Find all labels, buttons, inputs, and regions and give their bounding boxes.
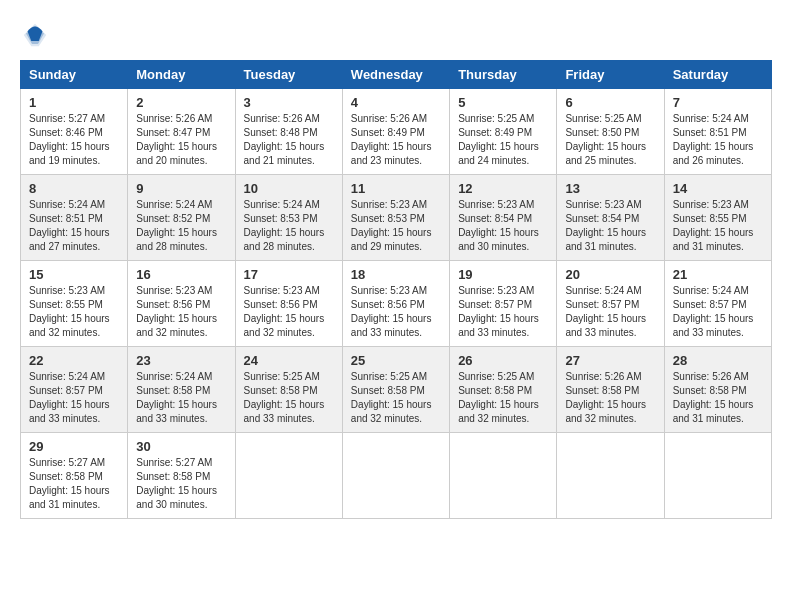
calendar-cell: 14Sunrise: 5:23 AMSunset: 8:55 PMDayligh… <box>664 175 771 261</box>
calendar-cell: 26Sunrise: 5:25 AMSunset: 8:58 PMDayligh… <box>450 347 557 433</box>
cell-content: Sunrise: 5:25 AMSunset: 8:58 PMDaylight:… <box>458 370 548 426</box>
day-number: 30 <box>136 439 226 454</box>
calendar-cell: 7Sunrise: 5:24 AMSunset: 8:51 PMDaylight… <box>664 89 771 175</box>
page-header <box>20 20 772 50</box>
day-number: 17 <box>244 267 334 282</box>
day-number: 20 <box>565 267 655 282</box>
cell-content: Sunrise: 5:23 AMSunset: 8:55 PMDaylight:… <box>673 198 763 254</box>
calendar-cell: 15Sunrise: 5:23 AMSunset: 8:55 PMDayligh… <box>21 261 128 347</box>
calendar-cell: 22Sunrise: 5:24 AMSunset: 8:57 PMDayligh… <box>21 347 128 433</box>
day-number: 11 <box>351 181 441 196</box>
cell-content: Sunrise: 5:26 AMSunset: 8:48 PMDaylight:… <box>244 112 334 168</box>
day-number: 21 <box>673 267 763 282</box>
cell-content: Sunrise: 5:26 AMSunset: 8:58 PMDaylight:… <box>673 370 763 426</box>
cell-content: Sunrise: 5:23 AMSunset: 8:57 PMDaylight:… <box>458 284 548 340</box>
day-number: 6 <box>565 95 655 110</box>
day-number: 12 <box>458 181 548 196</box>
day-number: 24 <box>244 353 334 368</box>
calendar-cell <box>235 433 342 519</box>
day-number: 9 <box>136 181 226 196</box>
cell-content: Sunrise: 5:25 AMSunset: 8:58 PMDaylight:… <box>244 370 334 426</box>
calendar-cell: 24Sunrise: 5:25 AMSunset: 8:58 PMDayligh… <box>235 347 342 433</box>
cell-content: Sunrise: 5:24 AMSunset: 8:57 PMDaylight:… <box>29 370 119 426</box>
day-number: 18 <box>351 267 441 282</box>
cell-content: Sunrise: 5:23 AMSunset: 8:53 PMDaylight:… <box>351 198 441 254</box>
calendar-week-row: 8Sunrise: 5:24 AMSunset: 8:51 PMDaylight… <box>21 175 772 261</box>
calendar-header-monday: Monday <box>128 61 235 89</box>
calendar-cell: 18Sunrise: 5:23 AMSunset: 8:56 PMDayligh… <box>342 261 449 347</box>
calendar-header-wednesday: Wednesday <box>342 61 449 89</box>
cell-content: Sunrise: 5:23 AMSunset: 8:56 PMDaylight:… <box>351 284 441 340</box>
cell-content: Sunrise: 5:23 AMSunset: 8:56 PMDaylight:… <box>244 284 334 340</box>
cell-content: Sunrise: 5:24 AMSunset: 8:57 PMDaylight:… <box>673 284 763 340</box>
cell-content: Sunrise: 5:27 AMSunset: 8:58 PMDaylight:… <box>29 456 119 512</box>
day-number: 28 <box>673 353 763 368</box>
cell-content: Sunrise: 5:24 AMSunset: 8:57 PMDaylight:… <box>565 284 655 340</box>
calendar-cell: 11Sunrise: 5:23 AMSunset: 8:53 PMDayligh… <box>342 175 449 261</box>
calendar-cell: 1Sunrise: 5:27 AMSunset: 8:46 PMDaylight… <box>21 89 128 175</box>
day-number: 8 <box>29 181 119 196</box>
cell-content: Sunrise: 5:23 AMSunset: 8:54 PMDaylight:… <box>458 198 548 254</box>
calendar-cell <box>664 433 771 519</box>
calendar-cell: 4Sunrise: 5:26 AMSunset: 8:49 PMDaylight… <box>342 89 449 175</box>
cell-content: Sunrise: 5:23 AMSunset: 8:56 PMDaylight:… <box>136 284 226 340</box>
cell-content: Sunrise: 5:24 AMSunset: 8:51 PMDaylight:… <box>673 112 763 168</box>
cell-content: Sunrise: 5:26 AMSunset: 8:58 PMDaylight:… <box>565 370 655 426</box>
calendar-cell: 5Sunrise: 5:25 AMSunset: 8:49 PMDaylight… <box>450 89 557 175</box>
day-number: 26 <box>458 353 548 368</box>
calendar-cell: 30Sunrise: 5:27 AMSunset: 8:58 PMDayligh… <box>128 433 235 519</box>
calendar-cell: 25Sunrise: 5:25 AMSunset: 8:58 PMDayligh… <box>342 347 449 433</box>
calendar-cell <box>342 433 449 519</box>
calendar-cell: 10Sunrise: 5:24 AMSunset: 8:53 PMDayligh… <box>235 175 342 261</box>
calendar-cell: 28Sunrise: 5:26 AMSunset: 8:58 PMDayligh… <box>664 347 771 433</box>
calendar-header-tuesday: Tuesday <box>235 61 342 89</box>
day-number: 27 <box>565 353 655 368</box>
day-number: 23 <box>136 353 226 368</box>
calendar-cell: 13Sunrise: 5:23 AMSunset: 8:54 PMDayligh… <box>557 175 664 261</box>
calendar-cell: 6Sunrise: 5:25 AMSunset: 8:50 PMDaylight… <box>557 89 664 175</box>
calendar-cell: 27Sunrise: 5:26 AMSunset: 8:58 PMDayligh… <box>557 347 664 433</box>
day-number: 22 <box>29 353 119 368</box>
calendar-cell: 21Sunrise: 5:24 AMSunset: 8:57 PMDayligh… <box>664 261 771 347</box>
calendar-week-row: 1Sunrise: 5:27 AMSunset: 8:46 PMDaylight… <box>21 89 772 175</box>
calendar-week-row: 15Sunrise: 5:23 AMSunset: 8:55 PMDayligh… <box>21 261 772 347</box>
day-number: 5 <box>458 95 548 110</box>
calendar-cell: 20Sunrise: 5:24 AMSunset: 8:57 PMDayligh… <box>557 261 664 347</box>
calendar-cell: 16Sunrise: 5:23 AMSunset: 8:56 PMDayligh… <box>128 261 235 347</box>
day-number: 4 <box>351 95 441 110</box>
day-number: 19 <box>458 267 548 282</box>
calendar-week-row: 29Sunrise: 5:27 AMSunset: 8:58 PMDayligh… <box>21 433 772 519</box>
cell-content: Sunrise: 5:24 AMSunset: 8:51 PMDaylight:… <box>29 198 119 254</box>
cell-content: Sunrise: 5:24 AMSunset: 8:58 PMDaylight:… <box>136 370 226 426</box>
cell-content: Sunrise: 5:26 AMSunset: 8:49 PMDaylight:… <box>351 112 441 168</box>
day-number: 15 <box>29 267 119 282</box>
day-number: 7 <box>673 95 763 110</box>
calendar-cell: 23Sunrise: 5:24 AMSunset: 8:58 PMDayligh… <box>128 347 235 433</box>
general-blue-logo-icon <box>20 20 50 50</box>
calendar-cell: 12Sunrise: 5:23 AMSunset: 8:54 PMDayligh… <box>450 175 557 261</box>
cell-content: Sunrise: 5:27 AMSunset: 8:46 PMDaylight:… <box>29 112 119 168</box>
cell-content: Sunrise: 5:24 AMSunset: 8:53 PMDaylight:… <box>244 198 334 254</box>
cell-content: Sunrise: 5:27 AMSunset: 8:58 PMDaylight:… <box>136 456 226 512</box>
calendar-header-sunday: Sunday <box>21 61 128 89</box>
calendar-table: SundayMondayTuesdayWednesdayThursdayFrid… <box>20 60 772 519</box>
calendar-cell: 2Sunrise: 5:26 AMSunset: 8:47 PMDaylight… <box>128 89 235 175</box>
calendar-header-row: SundayMondayTuesdayWednesdayThursdayFrid… <box>21 61 772 89</box>
calendar-header-saturday: Saturday <box>664 61 771 89</box>
day-number: 3 <box>244 95 334 110</box>
cell-content: Sunrise: 5:25 AMSunset: 8:58 PMDaylight:… <box>351 370 441 426</box>
cell-content: Sunrise: 5:26 AMSunset: 8:47 PMDaylight:… <box>136 112 226 168</box>
day-number: 16 <box>136 267 226 282</box>
day-number: 2 <box>136 95 226 110</box>
calendar-header-thursday: Thursday <box>450 61 557 89</box>
calendar-cell: 17Sunrise: 5:23 AMSunset: 8:56 PMDayligh… <box>235 261 342 347</box>
calendar-header-friday: Friday <box>557 61 664 89</box>
calendar-cell <box>557 433 664 519</box>
cell-content: Sunrise: 5:25 AMSunset: 8:49 PMDaylight:… <box>458 112 548 168</box>
day-number: 1 <box>29 95 119 110</box>
day-number: 29 <box>29 439 119 454</box>
cell-content: Sunrise: 5:23 AMSunset: 8:54 PMDaylight:… <box>565 198 655 254</box>
logo <box>20 20 54 50</box>
calendar-cell: 29Sunrise: 5:27 AMSunset: 8:58 PMDayligh… <box>21 433 128 519</box>
cell-content: Sunrise: 5:23 AMSunset: 8:55 PMDaylight:… <box>29 284 119 340</box>
